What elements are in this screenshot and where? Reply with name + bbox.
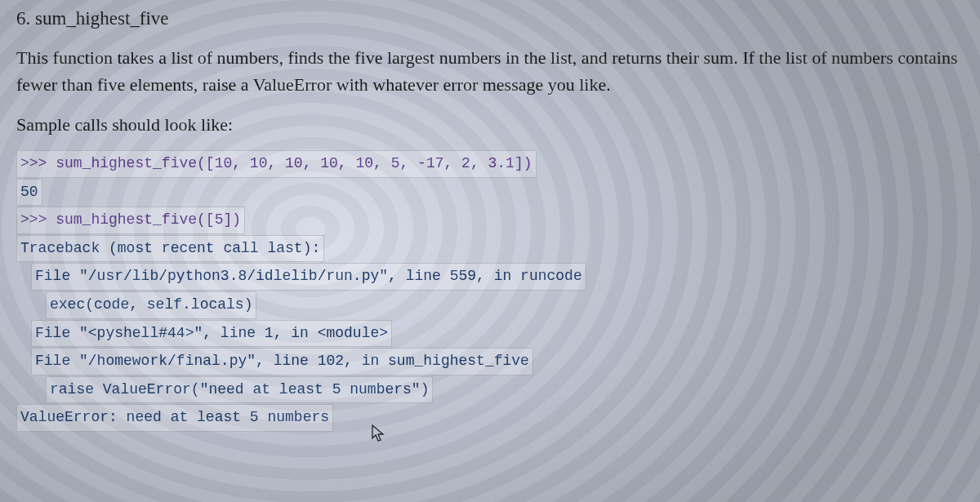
traceback-line: File "/usr/lib/python3.8/idlelib/run.py"…	[31, 263, 586, 291]
code-output: 50	[16, 179, 42, 207]
code-line: >>> sum_highest_five([5])	[16, 207, 245, 234]
traceback-line: File "/homework/final.py", line 102, in …	[31, 348, 533, 375]
code-line: >>> sum_highest_five([10, 10, 10, 10, 10…	[16, 150, 537, 178]
traceback-line: File "<pyshell#44>", line 1, in <module>	[31, 320, 392, 348]
code-sample-block: >>> sum_highest_five([10, 10, 10, 10, 10…	[16, 150, 964, 433]
error-line: ValueError: need at least 5 numbers	[16, 404, 333, 432]
traceback-line: exec(code, self.locals)	[46, 291, 256, 319]
sample-calls-lead: Sample calls should look like:	[16, 114, 964, 135]
question-heading: 6. sum_highest_five	[16, 8, 964, 29]
question-description: This function takes a list of numbers, f…	[16, 44, 964, 98]
traceback-header: Traceback (most recent call last):	[16, 235, 324, 263]
traceback-line: raise ValueError("need at least 5 number…	[46, 376, 433, 404]
